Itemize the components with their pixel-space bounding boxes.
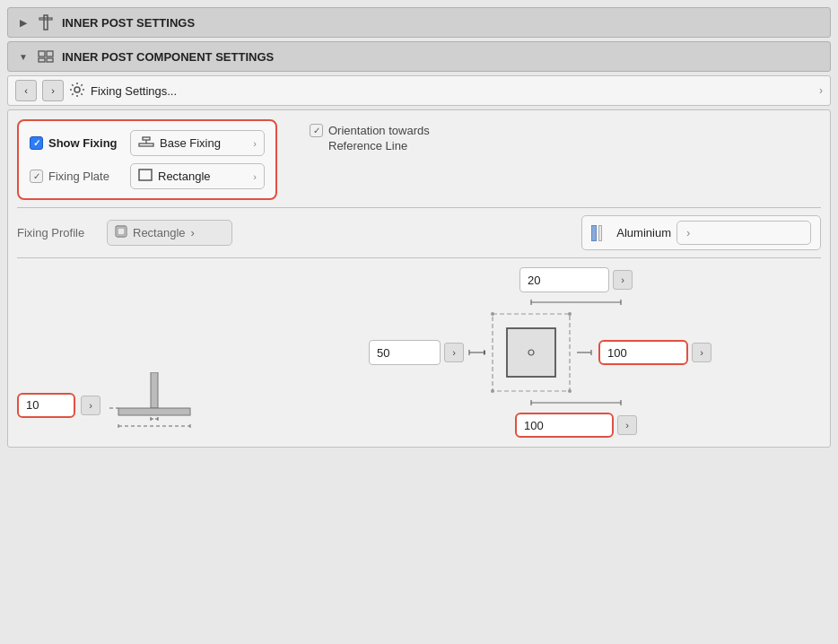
dimension-20-arrow-icon: › xyxy=(621,274,624,285)
svg-rect-4 xyxy=(39,58,45,62)
fixing-profile-label: Fixing Profile xyxy=(17,226,98,239)
dimension-100-right-arrow-btn[interactable]: › xyxy=(692,343,711,362)
right-diagram-area: 20 › xyxy=(259,267,821,438)
dimension-100-right-input[interactable]: 100 xyxy=(598,340,688,365)
svg-rect-9 xyxy=(139,144,153,146)
show-fixing-row: ✓ Show Fixing xyxy=(30,130,265,156)
fixing-settings-dropdown[interactable]: Fixing Settings... › xyxy=(69,82,823,100)
orientation-check-icon: ✓ xyxy=(313,126,320,135)
orientation-checkbox[interactable]: ✓ xyxy=(310,124,323,137)
dimension-50-value: 50 xyxy=(377,346,389,360)
component-icon xyxy=(37,48,55,65)
divider-2 xyxy=(17,257,821,258)
t-shape-svg xyxy=(109,372,199,435)
svg-rect-29 xyxy=(507,328,555,377)
dimension-10-arrow-icon: › xyxy=(89,400,92,411)
top-arrow-row xyxy=(527,296,625,309)
rect-diagram-svg xyxy=(491,312,572,393)
left-dim-50: 50 › xyxy=(369,340,485,365)
dimension-20-input[interactable]: 20 xyxy=(519,267,609,292)
dimension-100-right-value: 100 xyxy=(607,346,627,360)
aluminium-dropdown[interactable]: Aluminium › xyxy=(581,215,821,250)
bottom-dimension-row: 100 › xyxy=(515,413,637,438)
inner-post-settings-title: INNER POST SETTINGS xyxy=(62,16,195,30)
rectangle-chevron-icon: › xyxy=(253,171,257,182)
show-fixing-checkbox-label[interactable]: ✓ Show Fixing xyxy=(30,136,118,150)
right-dim-line xyxy=(577,346,595,359)
fixing-plate-checkbox-label[interactable]: ✓ Fixing Plate xyxy=(30,170,109,183)
svg-point-33 xyxy=(491,389,494,393)
orientation-label: Orientation towards Reference Line xyxy=(328,124,453,154)
svg-rect-0 xyxy=(44,15,48,30)
nav-next-icon: › xyxy=(51,85,55,96)
fixing-profile-dropdown[interactable]: Rectangle › xyxy=(107,220,232,246)
top-dimension-row: 20 › xyxy=(519,267,633,292)
aluminium-chevron-icon: › xyxy=(677,221,811,245)
right-dim-100: 100 › xyxy=(577,340,711,365)
aluminium-label: Aluminium xyxy=(616,226,671,239)
t-shape-diagram xyxy=(109,372,199,438)
left-diagram-area: 10 › xyxy=(17,336,250,438)
dimension-100-right-arrow-icon: › xyxy=(700,347,703,358)
fixing-controls-box: ✓ Show Fixing xyxy=(17,119,277,200)
inner-post-settings-header[interactable]: ▶ INNER POST SETTINGS xyxy=(7,7,831,38)
fixing-profile-icon xyxy=(115,225,127,240)
nav-prev-icon: ‹ xyxy=(24,85,28,96)
svg-rect-13 xyxy=(151,372,158,408)
dimension-10-input[interactable]: 10 xyxy=(17,393,75,418)
orientation-row: ✓ Orientation towards Reference Line xyxy=(310,124,453,154)
dimension-20-arrow-btn[interactable]: › xyxy=(613,270,633,290)
nav-next-button[interactable]: › xyxy=(42,80,64,101)
base-fixing-icon xyxy=(138,135,154,151)
svg-rect-2 xyxy=(39,51,45,57)
svg-rect-5 xyxy=(47,58,53,62)
dimension-10-arrow-btn[interactable]: › xyxy=(81,396,100,415)
dimension-100-bottom-input[interactable]: 100 xyxy=(515,413,614,438)
left-dimension-row: 10 › xyxy=(17,336,199,438)
nav-prev-button[interactable]: ‹ xyxy=(15,80,37,101)
settings-chevron-icon: › xyxy=(819,84,823,97)
fixing-plate-row: ✓ Fixing Plate Rectangle › xyxy=(30,163,265,189)
rectangle-icon xyxy=(138,169,153,184)
svg-point-31 xyxy=(491,312,494,316)
post-icon xyxy=(37,13,55,31)
rectangle-diagram xyxy=(491,312,572,393)
dimension-50-input[interactable]: 50 xyxy=(369,340,441,365)
main-content: ✓ Show Fixing xyxy=(7,109,831,448)
base-fixing-chevron-icon: › xyxy=(253,138,257,149)
svg-point-32 xyxy=(568,312,572,316)
dimension-100-bottom-arrow-icon: › xyxy=(625,420,629,431)
dimension-10-value: 10 xyxy=(26,398,39,412)
fixing-profile-row: Fixing Profile Rectangle › xyxy=(17,215,821,250)
show-fixing-checkbox[interactable]: ✓ xyxy=(30,136,43,150)
left-dim-line xyxy=(467,346,485,359)
settings-icon xyxy=(69,82,85,100)
fixing-plate-checkbox[interactable]: ✓ xyxy=(30,170,43,183)
inner-post-component-settings-title: INNER POST COMPONENT SETTINGS xyxy=(62,50,274,64)
dimension-100-bottom-arrow-btn[interactable]: › xyxy=(617,415,637,435)
fixing-profile-rectangle-label: Rectangle xyxy=(133,226,186,239)
main-panel: ▶ INNER POST SETTINGS ▼ INNER POST COMPO… xyxy=(0,0,838,455)
svg-rect-7 xyxy=(143,137,150,140)
svg-point-34 xyxy=(568,389,572,393)
svg-rect-3 xyxy=(47,51,53,57)
show-fixing-label: Show Fixing xyxy=(48,136,118,150)
expand-arrow-icon: ▶ xyxy=(17,16,30,29)
svg-rect-10 xyxy=(139,170,152,180)
dimension-50-arrow-btn[interactable]: › xyxy=(444,343,464,362)
base-fixing-label: Base Fixing xyxy=(160,136,221,150)
dimension-100-bottom-value: 100 xyxy=(524,419,544,432)
rectangle-dropdown[interactable]: Rectangle › xyxy=(130,163,265,189)
dimension-50-arrow-icon: › xyxy=(452,347,456,358)
rectangle-label: Rectangle xyxy=(158,170,211,183)
collapse-arrow-icon: ▼ xyxy=(17,50,30,63)
bottom-arrow-row xyxy=(527,396,625,409)
svg-marker-27 xyxy=(484,350,485,355)
base-fixing-dropdown[interactable]: Base Fixing › xyxy=(130,130,265,156)
divider-1 xyxy=(17,207,821,208)
inner-post-component-settings-header[interactable]: ▼ INNER POST COMPONENT SETTINGS xyxy=(7,41,831,72)
fixing-plate-label: Fixing Plate xyxy=(48,170,109,183)
fixing-profile-chevron-icon: › xyxy=(191,226,195,239)
aluminium-icon xyxy=(591,225,611,241)
svg-rect-12 xyxy=(118,228,125,235)
